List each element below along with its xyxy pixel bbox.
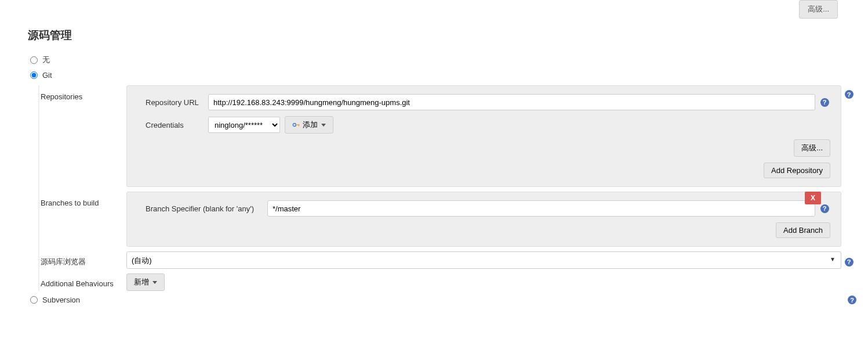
section-title: 源码管理 — [28, 28, 856, 43]
scm-git-label: Git — [42, 71, 52, 80]
help-icon[interactable]: ? — [845, 90, 854, 99]
help-icon[interactable]: ? — [848, 296, 856, 304]
repo-advanced-button[interactable]: 高级... — [794, 139, 830, 157]
credentials-select[interactable]: ninglong/****** — [208, 117, 280, 133]
branches-label: Branches to build — [39, 192, 126, 207]
caret-down-icon — [152, 281, 157, 284]
repository-panel: Repository URL ? Credentials ninglong/**… — [126, 85, 841, 187]
repo-url-input[interactable] — [208, 94, 815, 110]
help-icon[interactable]: ? — [845, 258, 854, 267]
credentials-label: Credentials — [146, 121, 208, 129]
svg-point-0 — [293, 123, 296, 126]
scm-subversion-label: Subversion — [42, 296, 80, 304]
branch-specifier-label: Branch Specifier (blank for 'any') — [146, 204, 267, 213]
scm-none-label: 无 — [42, 55, 50, 65]
help-icon[interactable]: ? — [820, 98, 829, 107]
scm-git-radio[interactable] — [30, 71, 38, 79]
help-icon[interactable]: ? — [820, 204, 829, 213]
additional-behaviours-label: Additional Behaviours — [39, 277, 126, 288]
repo-browser-select[interactable]: (自动) — [126, 251, 841, 269]
svg-rect-2 — [299, 124, 299, 126]
repo-browser-label: 源码库浏览器 — [39, 253, 126, 267]
add-credentials-button[interactable]: 添加 — [285, 116, 333, 134]
add-repository-button[interactable]: Add Repository — [764, 163, 830, 178]
top-advanced-button[interactable]: 高级... — [799, 0, 838, 19]
add-branch-button[interactable]: Add Branch — [776, 222, 830, 238]
scm-subversion-radio[interactable] — [30, 296, 38, 304]
repositories-label: Repositories — [39, 85, 126, 101]
caret-down-icon — [321, 124, 326, 127]
delete-branch-button[interactable]: X — [805, 192, 821, 204]
key-icon — [292, 123, 300, 127]
scm-none-radio[interactable] — [30, 56, 38, 64]
branches-panel: X Branch Specifier (blank for 'any') ? A… — [126, 192, 841, 247]
add-behaviour-label: 新增 — [134, 277, 149, 287]
add-behaviour-button[interactable]: 新增 — [126, 273, 165, 291]
add-credentials-label: 添加 — [303, 120, 318, 130]
branch-specifier-input[interactable] — [267, 200, 815, 217]
repo-url-label: Repository URL — [146, 98, 208, 107]
